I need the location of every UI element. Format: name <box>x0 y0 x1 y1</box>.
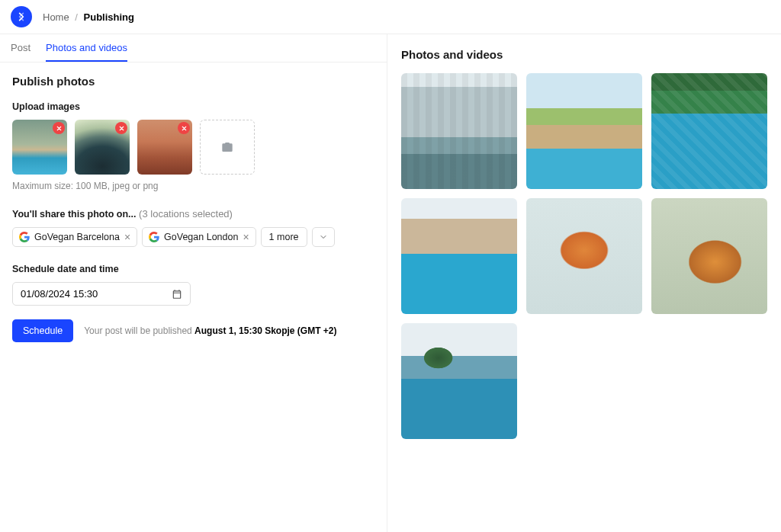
share-label: You'll share this photo on... <box>12 209 136 220</box>
close-icon <box>181 125 188 132</box>
left-panel: Post Photos and videos Publish photos Up… <box>0 34 387 532</box>
google-icon <box>149 232 159 242</box>
gallery-palm-pool[interactable] <box>526 73 642 189</box>
gallery-smoothie-fruit[interactable] <box>526 198 642 314</box>
breadcrumb-separator: / <box>75 11 78 23</box>
breadcrumb-current: Publishing <box>84 11 134 23</box>
header-bar: Home / Publishing <box>0 0 781 34</box>
close-icon <box>56 125 63 132</box>
gallery-image <box>401 73 517 189</box>
publish-hint: Your post will be published August 1, 15… <box>84 325 336 336</box>
remove-thumb-button[interactable] <box>115 122 127 134</box>
location-dropdown-toggle[interactable] <box>312 227 335 247</box>
gallery-hotel-courtyard[interactable] <box>401 73 517 189</box>
chip-label: GoVegan London <box>164 232 238 242</box>
gallery-image <box>526 73 642 189</box>
upload-thumb[interactable] <box>75 120 130 175</box>
schedule-button[interactable]: Schedule <box>12 319 73 342</box>
chevron-down-icon <box>319 232 328 242</box>
schedule-input[interactable] <box>21 288 172 300</box>
upload-dropzone[interactable] <box>200 120 255 175</box>
chip-remove-button[interactable]: × <box>124 232 130 242</box>
google-icon <box>19 232 30 242</box>
tab-post[interactable]: Post <box>11 34 31 62</box>
gallery-image <box>651 73 767 189</box>
tab-photos-and-videos[interactable]: Photos and videos <box>46 34 127 62</box>
tabs: Post Photos and videos <box>0 34 387 62</box>
publish-hint-time: August 1, 15:30 Skopje (GMT +2) <box>194 325 336 336</box>
chip-remove-button[interactable]: × <box>243 232 249 242</box>
calendar-icon <box>172 289 182 300</box>
logo-icon <box>16 11 27 22</box>
gallery-image <box>401 323 517 439</box>
publish-hint-prefix: Your post will be published <box>84 325 194 336</box>
gallery-image <box>526 198 642 314</box>
upload-label: Upload images <box>12 101 374 112</box>
page-title: Publish photos <box>12 75 374 88</box>
location-chip[interactable]: GoVegan London× <box>142 227 256 247</box>
preview-title: Photos and videos <box>401 48 767 61</box>
gallery-resort-pool-beige[interactable] <box>401 198 517 314</box>
gallery-image <box>651 198 767 314</box>
upload-thumb[interactable] <box>137 120 192 175</box>
location-chips: GoVegan Barcelona×GoVegan London×1 more <box>12 227 374 247</box>
breadcrumb-home[interactable]: Home <box>43 11 69 23</box>
camera-icon <box>221 141 233 153</box>
schedule-input-wrapper[interactable] <box>12 282 191 306</box>
upload-thumbnails <box>12 120 374 175</box>
schedule-label: Schedule date and time <box>12 264 374 274</box>
share-count: (3 locations selected) <box>139 208 233 220</box>
preview-panel: Photos and videos <box>387 34 781 532</box>
gallery-food-plate[interactable] <box>651 198 767 314</box>
app-logo[interactable] <box>11 6 32 27</box>
gallery-pool-aerial[interactable] <box>651 73 767 189</box>
remove-thumb-button[interactable] <box>53 122 65 134</box>
upload-thumb[interactable] <box>12 120 67 175</box>
location-chip[interactable]: GoVegan Barcelona× <box>12 227 137 247</box>
more-locations-chip[interactable]: 1 more <box>261 227 307 247</box>
upload-hint: Maximum size: 100 MB, jpeg or png <box>12 181 374 191</box>
close-icon <box>118 125 125 132</box>
remove-thumb-button[interactable] <box>178 122 190 134</box>
gallery-image <box>401 198 517 314</box>
gallery-infinity-pool-trees[interactable] <box>401 323 517 439</box>
preview-gallery <box>401 73 767 439</box>
chip-label: GoVegan Barcelona <box>34 232 120 242</box>
breadcrumb: Home / Publishing <box>43 11 134 23</box>
